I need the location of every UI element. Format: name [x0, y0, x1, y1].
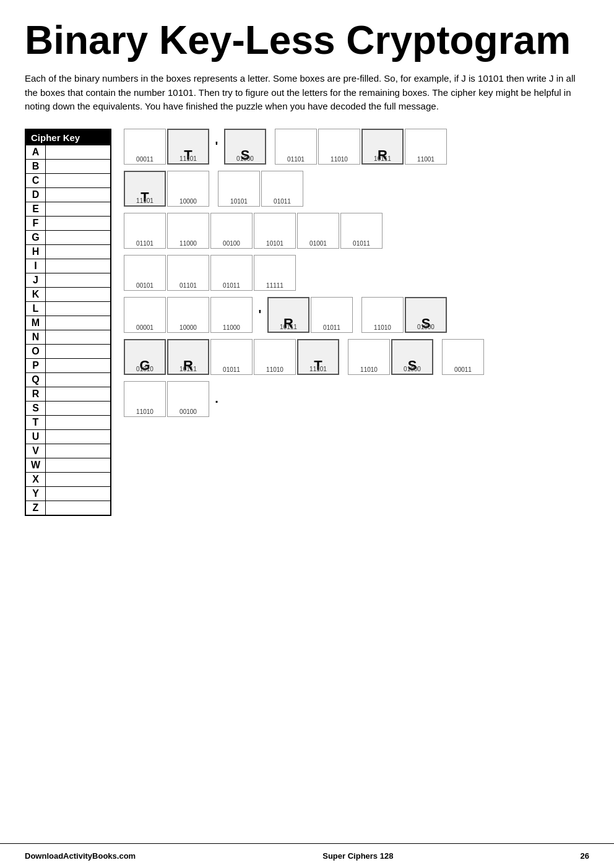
empty-cell[interactable]: 00011: [442, 339, 484, 375]
cipher-key-value[interactable]: [46, 174, 110, 187]
cipher-key-row: J: [26, 273, 110, 287]
cell-code: 01010: [125, 366, 165, 372]
cell-code: 01011: [211, 366, 252, 373]
cell-code: 01101: [275, 156, 316, 163]
cipher-key-row: F: [26, 216, 110, 230]
cipher-key-value[interactable]: [46, 217, 110, 230]
cipher-key-value[interactable]: [46, 487, 110, 501]
empty-cell[interactable]: 11000: [210, 297, 253, 333]
empty-cell[interactable]: 01101: [124, 213, 166, 249]
prefilled-cell: S01000: [391, 339, 433, 375]
cipher-key-value[interactable]: [46, 188, 110, 202]
cipher-key-letter: U: [26, 430, 46, 444]
empty-cell[interactable]: 11010: [254, 339, 296, 375]
cipher-key-letter: M: [26, 316, 46, 330]
empty-cell[interactable]: 01011: [311, 297, 353, 333]
cipher-key-value[interactable]: [46, 444, 110, 458]
empty-cell[interactable]: 11010: [348, 339, 390, 375]
empty-cell[interactable]: 11111: [254, 255, 296, 291]
empty-cell[interactable]: 10000: [167, 297, 209, 333]
empty-cell[interactable]: 10101: [254, 213, 296, 249]
prefilled-cell: S01000: [224, 129, 266, 165]
cipher-key-value[interactable]: [46, 288, 110, 301]
cipher-key-letter: I: [26, 259, 46, 273]
cipher-key-letter: R: [26, 387, 46, 401]
cipher-key-letter: J: [26, 273, 46, 287]
cipher-key-value[interactable]: [46, 402, 110, 415]
cipher-key-value[interactable]: [46, 387, 110, 401]
empty-cell[interactable]: 11010: [318, 129, 360, 165]
page-title: Binary Key-Less Cryptogram: [25, 19, 589, 62]
prefilled-cell: T11101: [124, 171, 166, 207]
empty-cell[interactable]: 01011: [340, 213, 383, 249]
puzzle-row: 00011T11101'S010000110111010R1011111001: [124, 129, 589, 165]
cipher-key-value[interactable]: [46, 345, 110, 358]
cell-code: 00101: [124, 282, 165, 289]
empty-cell[interactable]: 00011: [124, 129, 166, 165]
empty-cell[interactable]: 01011: [210, 255, 253, 291]
cell-code: 01000: [392, 366, 432, 372]
cipher-key-value[interactable]: [46, 458, 110, 472]
cipher-key-value[interactable]: [46, 145, 110, 159]
cipher-key-value[interactable]: [46, 202, 110, 216]
cipher-key-value[interactable]: [46, 501, 110, 515]
cipher-key-value[interactable]: [46, 330, 110, 344]
cipher-key-value[interactable]: [46, 316, 110, 330]
cipher-key-letter: B: [26, 160, 46, 173]
cipher-key-value[interactable]: [46, 273, 110, 287]
cipher-key-row: X: [26, 472, 110, 486]
empty-cell[interactable]: 11001: [405, 129, 447, 165]
empty-cell[interactable]: 01001: [297, 213, 339, 249]
empty-cell[interactable]: 00101: [124, 255, 166, 291]
empty-cell[interactable]: 00100: [210, 213, 253, 249]
cipher-key-value[interactable]: [46, 231, 110, 244]
empty-cell[interactable]: 01011: [210, 339, 253, 375]
prefilled-cell: T11101: [167, 129, 209, 165]
cipher-key-value[interactable]: [46, 160, 110, 173]
cell-code: 01101: [168, 282, 209, 289]
cipher-key-value[interactable]: [46, 416, 110, 429]
cipher-key-value[interactable]: [46, 245, 110, 259]
cell-code: 11101: [298, 366, 338, 372]
cipher-key-value[interactable]: [46, 359, 110, 372]
cipher-key-row: Y: [26, 486, 110, 501]
empty-cell[interactable]: 11010: [124, 381, 166, 417]
empty-cell[interactable]: 01101: [167, 255, 209, 291]
cipher-key-row: U: [26, 429, 110, 444]
cipher-key-value[interactable]: [46, 473, 110, 486]
cell-code: 11111: [254, 282, 295, 289]
cell-code: 11010: [254, 366, 295, 373]
cipher-key-value[interactable]: [46, 430, 110, 444]
cell-code: 10111: [269, 324, 308, 330]
footer-left: DownloadActivityBooks.com: [25, 851, 136, 861]
empty-cell[interactable]: 01011: [261, 171, 303, 207]
cipher-key-header: Cipher Key: [26, 130, 110, 145]
cipher-key-row: R: [26, 387, 110, 401]
punctuation: ': [210, 129, 223, 165]
empty-cell[interactable]: 01101: [275, 129, 317, 165]
cell-code: 01000: [406, 324, 446, 330]
cipher-key-value[interactable]: [46, 259, 110, 273]
cell-code: 00011: [124, 156, 165, 163]
empty-cell[interactable]: 11000: [167, 213, 209, 249]
cipher-key-row: S: [26, 401, 110, 415]
empty-cell[interactable]: 10101: [218, 171, 260, 207]
empty-cell[interactable]: 00001: [124, 297, 166, 333]
cell-code: 11101: [125, 197, 165, 204]
cipher-key-letter: S: [26, 402, 46, 415]
empty-cell[interactable]: 11010: [361, 297, 404, 333]
cipher-key-row: M: [26, 316, 110, 330]
cipher-key-value[interactable]: [46, 302, 110, 316]
prefilled-cell: R10111: [361, 129, 404, 165]
cipher-key-row: A: [26, 145, 110, 159]
cipher-key-letter: O: [26, 345, 46, 358]
cell-code: 11001: [405, 156, 446, 163]
cipher-key-row: C: [26, 173, 110, 187]
puzzle-row: G01010R101110101111010T1110111010S010000…: [124, 339, 589, 375]
cipher-key-row: Z: [26, 501, 110, 515]
empty-cell[interactable]: 10000: [167, 171, 209, 207]
puzzle-row: 1101000100.: [124, 381, 589, 417]
cipher-key-row: E: [26, 202, 110, 216]
empty-cell[interactable]: 00100: [167, 381, 209, 417]
cipher-key-value[interactable]: [46, 373, 110, 387]
